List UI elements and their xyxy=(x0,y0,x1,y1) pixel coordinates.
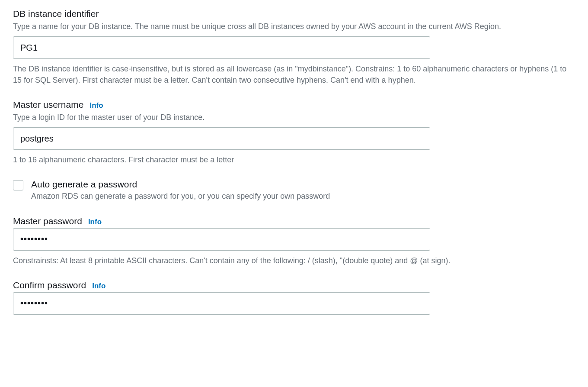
db-identifier-description: Type a name for your DB instance. The na… xyxy=(13,21,575,32)
auto-generate-checkbox[interactable] xyxy=(13,180,23,190)
master-username-info-link[interactable]: Info xyxy=(89,101,103,110)
auto-generate-label: Auto generate a password xyxy=(31,179,575,190)
confirm-password-info-link[interactable]: Info xyxy=(92,282,105,290)
master-username-group: Master username Info Type a login ID for… xyxy=(13,100,575,165)
master-password-hint: Constrainsts: At least 8 printable ASCII… xyxy=(13,255,575,266)
master-password-group: Master password Info Constrainsts: At le… xyxy=(13,216,575,266)
auto-generate-description: Amazon RDS can generate a password for y… xyxy=(31,190,575,202)
master-username-hint: 1 to 16 alphanumeric characters. First c… xyxy=(13,154,575,165)
confirm-password-input[interactable] xyxy=(13,292,430,315)
auto-generate-group: Auto generate a password Amazon RDS can … xyxy=(13,179,575,202)
db-identifier-input[interactable] xyxy=(13,36,430,59)
master-username-label: Master username xyxy=(13,100,83,110)
confirm-password-group: Confirm password Info xyxy=(13,280,575,315)
master-password-label: Master password xyxy=(13,216,82,226)
db-identifier-group: DB instance identifier Type a name for y… xyxy=(13,9,575,86)
master-username-input[interactable] xyxy=(13,127,430,150)
db-identifier-hint: The DB instance identifier is case-insen… xyxy=(13,63,575,86)
master-password-input[interactable] xyxy=(13,228,430,251)
master-username-description: Type a login ID for the master user of y… xyxy=(13,112,575,123)
master-password-info-link[interactable]: Info xyxy=(88,218,102,226)
db-identifier-label: DB instance identifier xyxy=(13,9,99,19)
confirm-password-label: Confirm password xyxy=(13,280,86,290)
